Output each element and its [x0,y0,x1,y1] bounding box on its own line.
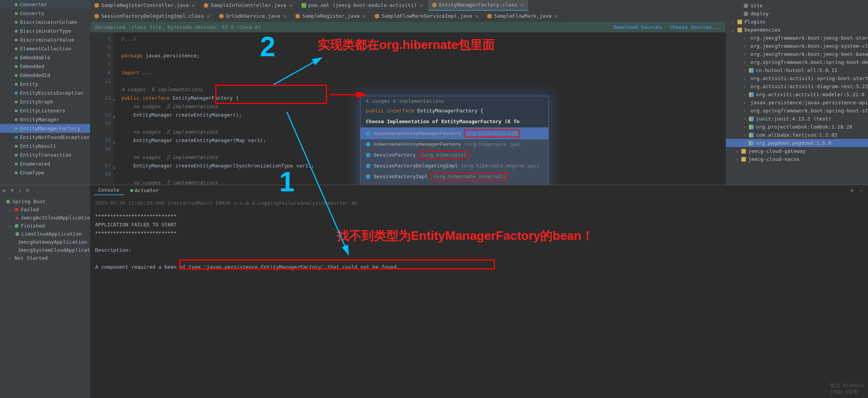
close-icon[interactable]: × [282,13,287,19]
tree-item-embedded[interactable]: Embedded [0,62,90,71]
run-config[interactable]: JeecgGatewayApplication [0,238,90,246]
tree-item-entitygraph[interactable]: EntityGraph [0,97,90,106]
failed-app[interactable]: ●JeecgActCloudApplication[devtools] [0,214,90,222]
dependency-item[interactable]: ›org.activiti:activiti-diagram-rest:5.22… [726,82,868,90]
failed-group[interactable]: ⌄Failed [0,206,90,214]
maven-node[interactable]: ⌄Dependencies [726,26,868,34]
console-tab[interactable]: Console [94,186,124,195]
code-line[interactable] [121,60,726,69]
close-icon[interactable]: × [288,2,293,8]
impl-option[interactable]: SessionFactoryDelegatingImpl (org.hibern… [360,161,548,171]
not-started-group[interactable]: ›Not Started [0,254,90,262]
class-icon [15,136,18,139]
decompile-message: Decompiled .class file, bytecode version… [95,24,261,30]
finished-group[interactable]: ⌄Finished [0,222,90,230]
dependency-item[interactable]: ›org.springframework.boot:spring-boot-st… [726,107,868,115]
close-icon[interactable]: × [519,2,524,8]
maven-node[interactable]: site [726,2,868,10]
class-icon [15,92,18,95]
close-icon[interactable]: × [362,13,367,19]
code-line[interactable]: 4 usages 6 implementations [121,85,726,94]
impl-option[interactable]: SessionFactory (org.hibernate) [360,149,548,161]
dependency-item[interactable]: ›org.jeecgframework.boot:jeecg-boot-base… [726,50,868,58]
tab-entitymanagerfactory[interactable]: EntityManagerFactory.class× [428,0,529,11]
dependency-item[interactable]: ›org.activiti:activiti-spring-boot-start… [726,74,868,82]
class-icon [15,154,18,157]
tree-item-embeddable[interactable]: Embeddable [0,53,90,62]
maven-node[interactable]: deploy [726,10,868,18]
tab-sampleflowmarkserviceimpl[interactable]: SampleFlowMarkServiceImpl.java× [371,11,483,22]
grid-icon[interactable]: ⊞ [26,187,29,193]
tree-item-discriminatorvalue[interactable]: DiscriminatorValue [0,35,90,44]
tab-qrcodeservice[interactable]: QrCodeService.java× [215,11,292,22]
filter-icon[interactable]: ▼ [11,187,14,193]
library-icon [749,125,754,129]
tree-item-elementcollection[interactable]: ElementCollection [0,44,90,53]
tab-pom[interactable]: pom.xml (jeecg-boot-module-activiti)× [298,0,428,11]
tree-item-converter[interactable]: Converter [0,0,90,9]
dependency-item[interactable]: ›org.jeecgframework.boot:jeecg-system-cl… [726,42,868,50]
tree-item-embeddedid[interactable]: EmbeddedId [0,71,90,80]
code-line[interactable]: import ... [121,69,726,77]
maven-module[interactable]: ›jeecg-cloud-gateway [726,147,868,155]
dependency-item[interactable]: ›javax.persistence:javax.persistence-api… [726,99,868,107]
dependency-item[interactable]: ›org.jeecgframework.boot:jeecg-boot-star… [726,34,868,42]
tab-sampleinfocontroller[interactable]: SampleInfoController.java× [200,0,297,11]
close-icon[interactable]: × [474,13,479,19]
run-dashboard[interactable]: ▶ ▼ ↕ ⊞ Spring Boot ⌄Failed ●JeecgActClo… [0,185,90,398]
tree-item-entitymanager[interactable]: EntityManager [0,115,90,124]
tree-item-entity[interactable]: Entity [0,80,90,89]
tree-item-entitylisteners[interactable]: EntityListeners [0,106,90,115]
run-icon[interactable]: ▶ [3,187,6,193]
dependency-item[interactable]: ›com.alibaba:fastjson:1.2.83 [726,131,868,139]
maven-module[interactable]: ›jeecg-cloud-nacos [726,155,868,163]
tree-item-entityresult[interactable]: EntityResult [0,142,90,151]
dependency-item[interactable]: ›org.pegdown:pegdown:1.6.0 [726,139,868,147]
maven-panel[interactable]: sitedeploy›Plugins⌄Dependencies ›org.jee… [726,0,868,185]
dependency-item[interactable]: ›org.projectlombok:lombok:1.18.26 [726,123,868,131]
file-icon [219,14,224,18]
impl-option[interactable]: HibernateEntityManagerFactory org.hibern… [360,127,548,139]
minimize-icon[interactable]: — [857,187,865,193]
sort-icon[interactable]: ↕ [18,187,22,193]
dependency-item[interactable]: ›junit:junit:4.13.2 (test) [726,115,868,123]
code-editor[interactable]: 156781112↓13↓1415↓1617↓18 /.../package j… [90,32,726,185]
close-icon[interactable]: × [191,2,196,8]
tree-item-entitymanagerfactory[interactable]: EntityManagerFactory [0,124,90,133]
tree-item-enumerated[interactable]: Enumerated [0,159,90,168]
actuator-tab[interactable]: Actuator [126,186,164,195]
maven-node[interactable]: ›Plugins [726,18,868,26]
download-sources-link[interactable]: Download Sources [614,24,662,30]
impl-option[interactable]: SessionFactoryImpl (org.hibernate.intern… [360,171,548,182]
console-output[interactable]: 2023-07-20 11:01:38.000 [restartedMain] … [90,196,868,398]
tree-item-entitytransaction[interactable]: EntityTransaction [0,151,90,159]
run-config[interactable]: JeecgSystemCloudApplication [0,246,90,254]
tab-sessionfactorydelegatingimpl[interactable]: SessionFactoryDelegatingImpl.class× [90,11,215,22]
tab-sampleregister[interactable]: SampleRegister.java× [292,11,371,22]
run-config[interactable]: LimsCloudApplication [0,230,90,238]
settings-icon[interactable]: ⚙ [848,187,856,193]
spring-boot-group[interactable]: Spring Boot [0,197,90,206]
close-icon[interactable]: × [554,13,558,19]
file-icon [94,14,99,18]
tree-item-enumtype[interactable]: EnumType [0,168,90,177]
project-tree[interactable]: ConverterConvertsDiscriminatorColumnDisc… [0,0,90,185]
tab-sampleregistercontroller[interactable]: SampleRegisterController.java× [90,0,200,11]
tree-item-entityexistsexception[interactable]: EntityExistsException [0,89,90,97]
tab-sampleflowmark[interactable]: SampleFlowMark.java× [483,11,563,22]
impl-option[interactable]: HibernateEntityManagerFactory (org.hiber… [360,139,548,149]
close-icon[interactable]: × [206,13,211,19]
dependency-item[interactable]: ›cn.hutool:hutool-all:5.8.11 [726,66,868,74]
tree-item-discriminatortype[interactable]: DiscriminatorType [0,27,90,35]
implementations-popup: 4 usages 6 implementations public interf… [360,96,549,185]
tree-item-discriminatorcolumn[interactable]: DiscriminatorColumn [0,18,90,27]
editor-area: SampleRegisterController.java×SampleInfo… [90,0,726,185]
dependency-item[interactable]: ›org.activiti:activiti-modeler:5.22.0 [726,90,868,99]
dependency-item[interactable]: ›org.springframework.boot:spring-boot-de… [726,58,868,66]
code-line[interactable] [121,77,726,85]
tree-item-entitynotfoundexception[interactable]: EntityNotFoundException [0,133,90,142]
choose-sources-link[interactable]: Choose Sources... [670,24,721,30]
impl-option[interactable]: SessionFactoryImplementor (org.hibernate… [360,182,548,185]
tree-item-converts[interactable]: Converts [0,9,90,18]
close-icon[interactable]: × [419,2,424,8]
